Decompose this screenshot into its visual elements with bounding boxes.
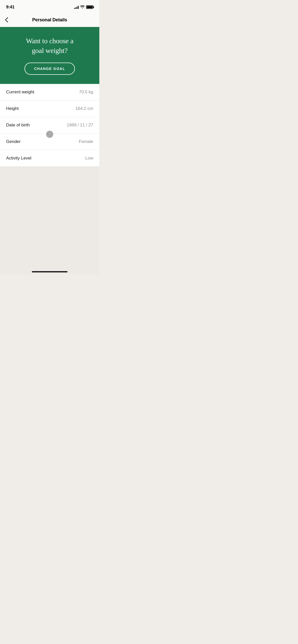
current-weight-label: Current weight — [6, 90, 34, 95]
activity-level-value: Low — [85, 156, 93, 161]
status-time: 9:41 — [6, 5, 15, 10]
height-row[interactable]: Height 164.2 cm — [0, 100, 99, 117]
hero-banner: Want to choose agoal weight? CHANGE GOAL — [0, 27, 99, 84]
height-value: 164.2 cm — [75, 106, 93, 111]
change-goal-button[interactable]: CHANGE GOAL — [24, 63, 75, 75]
details-section: Current weight 70.5 kg Height 164.2 cm D… — [0, 84, 99, 166]
home-indicator — [0, 268, 99, 274]
battery-icon — [86, 5, 93, 9]
hero-headline: Want to choose agoal weight? — [26, 36, 74, 55]
background-area — [0, 166, 99, 268]
activity-level-row[interactable]: Activity Level Low — [0, 150, 99, 166]
page-title: Personal Details — [32, 17, 67, 23]
back-button[interactable] — [5, 17, 8, 22]
wifi-icon — [80, 5, 85, 9]
home-bar — [32, 271, 67, 272]
current-weight-value: 70.5 kg — [79, 90, 93, 95]
activity-level-label: Activity Level — [6, 156, 31, 161]
status-icons — [74, 5, 93, 9]
dob-label: Date of birth — [6, 123, 30, 128]
height-label: Height — [6, 106, 19, 111]
dob-value: 1989 / 11 / 27 — [67, 123, 93, 128]
status-bar: 9:41 — [0, 0, 99, 13]
scroll-indicator — [46, 131, 53, 138]
signal-icon — [74, 5, 79, 9]
nav-bar: Personal Details — [0, 13, 99, 27]
dob-row[interactable]: Date of birth 1989 / 11 / 27 — [0, 117, 99, 134]
gender-value: Female — [79, 139, 93, 144]
gender-label: Gender — [6, 139, 21, 144]
current-weight-row[interactable]: Current weight 70.5 kg — [0, 84, 99, 100]
